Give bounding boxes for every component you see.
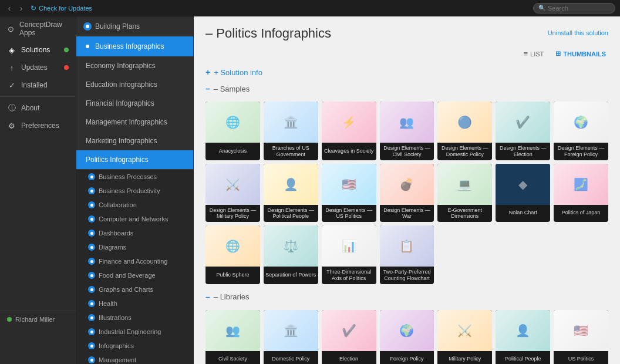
sample-label: Design Elements — Military Policy xyxy=(205,205,260,223)
sidebar-item-installed[interactable]: ✓ Installed xyxy=(0,76,76,94)
sub-item-business-processes[interactable]: Business Processes xyxy=(76,170,193,184)
sub-dot-health xyxy=(88,300,95,307)
sample-item[interactable]: 🌍Design Elements — Foreign Policy xyxy=(554,102,608,160)
sidebar-item-conceptdraw-apps[interactable]: ⊙ ConceptDraw Apps xyxy=(0,16,76,41)
financial-infographics-item[interactable]: Financial Infographics xyxy=(76,94,193,113)
sample-item[interactable]: 👥Design Elements — Civil Society xyxy=(380,102,434,160)
list-view-button[interactable]: ≡ LIST xyxy=(521,48,546,59)
sub-item-health[interactable]: Health xyxy=(76,296,193,311)
marketing-infographics-item[interactable]: Marketing Infographics xyxy=(76,132,193,150)
search-input[interactable] xyxy=(548,5,610,12)
uninstall-link[interactable]: Uninstall this solution xyxy=(548,29,608,36)
sample-item[interactable]: 🔵Design Elements — Domestic Policy xyxy=(437,102,492,160)
sub-item-diagrams[interactable]: Diagrams xyxy=(76,240,193,254)
library-item[interactable]: 👥Civil Society xyxy=(205,310,260,364)
sub-item-computer-networks[interactable]: Computer and Networks xyxy=(76,212,193,226)
sub-dot-diag xyxy=(88,244,95,251)
solution-info-toggle: + xyxy=(205,68,210,77)
library-item[interactable]: ✔️Election xyxy=(322,310,376,364)
sub-dot-cn xyxy=(88,215,95,223)
library-label: Election xyxy=(322,351,376,364)
solutions-badge xyxy=(64,48,69,52)
sample-label: Public Sphere xyxy=(205,267,260,283)
sample-item[interactable]: ⚖️Separation of Powers xyxy=(264,225,318,284)
solution-info-header[interactable]: + + Solution info xyxy=(194,64,620,80)
sample-item[interactable]: 🌐Anacyclosis xyxy=(205,102,260,160)
sidebar-item-updates[interactable]: ↑ Updates xyxy=(0,59,76,76)
library-label: US Politics xyxy=(554,351,608,364)
sample-item[interactable]: 📊Three-Dimensional Axis of Politics xyxy=(322,225,376,284)
search-box[interactable]: 🔍 xyxy=(533,3,615,14)
updates-icon: ↑ xyxy=(7,63,16,72)
sub-label-bp: Business Processes xyxy=(99,173,157,180)
sub-label-ind: Industrial Engineering xyxy=(99,328,161,335)
library-label: Military Policy xyxy=(437,351,492,364)
business-infographics-item[interactable]: Business Infographics xyxy=(76,36,193,56)
forward-button[interactable]: › xyxy=(16,4,26,13)
sample-item[interactable]: 🌐Public Sphere xyxy=(205,225,260,284)
sample-item[interactable]: 👤Design Elements — Political People xyxy=(264,164,318,223)
sub-label-mgmt: Management xyxy=(99,356,136,363)
refresh-button[interactable]: ↻ Check for Updates xyxy=(31,4,92,12)
about-icon: ⓘ xyxy=(7,103,16,113)
solutions-icon: ◈ xyxy=(7,45,16,55)
library-item[interactable]: 🇺🇸US Politics xyxy=(554,310,608,364)
sub-item-illustrations[interactable]: Illustrations xyxy=(76,311,193,325)
top-bar: ‹ › ↻ Check for Updates 🔍 xyxy=(0,0,620,16)
sub-label-diag: Diagrams xyxy=(99,244,126,251)
sample-label: Design Elements — US Politics xyxy=(322,205,376,223)
sub-item-graphs[interactable]: Graphs and Charts xyxy=(76,282,193,296)
sample-label: Separation of Powers xyxy=(264,267,318,283)
sample-item[interactable]: ⚡Cleavages in Society xyxy=(322,102,376,160)
library-item[interactable]: ⚔️Military Policy xyxy=(437,310,492,364)
education-label: Education Infographics xyxy=(86,80,157,89)
sidebar-item-about[interactable]: ⓘ About xyxy=(0,99,76,117)
samples-grid: 🌐Anacyclosis🏛️Branches of US Government⚡… xyxy=(194,97,620,289)
business-infographics-label: Business Infographics xyxy=(95,42,164,50)
thumbnail-view-button[interactable]: ⊞ THUMBNAILS xyxy=(553,49,608,59)
middle-panel: Building Plans Business Infographics Eco… xyxy=(76,0,194,364)
nav-arrows: ‹ › xyxy=(5,4,26,13)
sub-item-food[interactable]: Food and Beverage xyxy=(76,268,193,282)
back-button[interactable]: ‹ xyxy=(5,4,14,13)
sample-item[interactable]: 💣Design Elements — War xyxy=(380,164,434,223)
politics-infographics-item[interactable]: Politics Infographics xyxy=(76,150,193,169)
building-plans-item[interactable]: Building Plans xyxy=(76,16,193,36)
library-item[interactable]: 🏛️Domestic Policy xyxy=(264,310,318,364)
samples-header[interactable]: – – Samples xyxy=(194,80,620,97)
sub-dot-bprod xyxy=(88,187,95,194)
library-item[interactable]: 👤Political People xyxy=(496,310,550,364)
sub-item-industrial[interactable]: Industrial Engineering xyxy=(76,325,193,339)
sub-item-management[interactable]: Management xyxy=(76,353,193,364)
sub-dot-mgmt xyxy=(88,356,95,363)
sub-item-infographics[interactable]: Infographics xyxy=(76,339,193,353)
economy-infographics-item[interactable]: Economy Infographics xyxy=(76,56,193,75)
sample-item[interactable]: 🏛️Branches of US Government xyxy=(264,102,318,160)
refresh-icon: ↻ xyxy=(31,4,36,12)
sub-label-fin: Finance and Accounting xyxy=(99,258,167,265)
sidebar-item-solutions[interactable]: ◈ Solutions xyxy=(0,41,76,59)
sample-item[interactable]: ✔️Design Elements — Election xyxy=(496,102,550,160)
sample-item[interactable]: 🇺🇸Design Elements — US Politics xyxy=(322,164,376,223)
sub-dot-dash xyxy=(88,230,95,237)
sub-item-business-productivity[interactable]: Business Productivity xyxy=(76,184,193,198)
sub-label-graphs: Graphs and Charts xyxy=(99,286,153,293)
library-label: Foreign Policy xyxy=(380,351,434,364)
sub-item-finance[interactable]: Finance and Accounting xyxy=(76,254,193,268)
libraries-grid: 👥Civil Society🏛️Domestic Policy✔️Electio… xyxy=(194,305,620,364)
sample-item[interactable]: 💻E-Government Dimensions xyxy=(437,164,492,223)
sample-item[interactable]: ◆Nolan Chart xyxy=(496,164,550,223)
sub-item-collaboration[interactable]: Collaboration xyxy=(76,198,193,212)
sample-item[interactable]: 📋Two-Party-Preferred Counting Flowchart xyxy=(380,225,434,284)
libraries-header[interactable]: – – Libraries xyxy=(194,289,620,305)
sidebar-item-preferences[interactable]: ⚙ Preferences xyxy=(0,117,76,134)
sub-item-dashboards[interactable]: Dashboards xyxy=(76,226,193,240)
sample-item[interactable]: ⚔️Design Elements — Military Policy xyxy=(205,164,260,223)
education-infographics-item[interactable]: Education Infographics xyxy=(76,75,193,94)
sample-label: Two-Party-Preferred Counting Flowchart xyxy=(380,267,434,284)
sample-item[interactable]: 🗾Politics of Japan xyxy=(554,164,608,223)
management-infographics-item[interactable]: Management Infographics xyxy=(76,113,193,132)
library-item[interactable]: 🌍Foreign Policy xyxy=(380,310,434,364)
sub-label-collab: Collaboration xyxy=(99,201,137,208)
sample-label: Anacyclosis xyxy=(205,143,260,159)
